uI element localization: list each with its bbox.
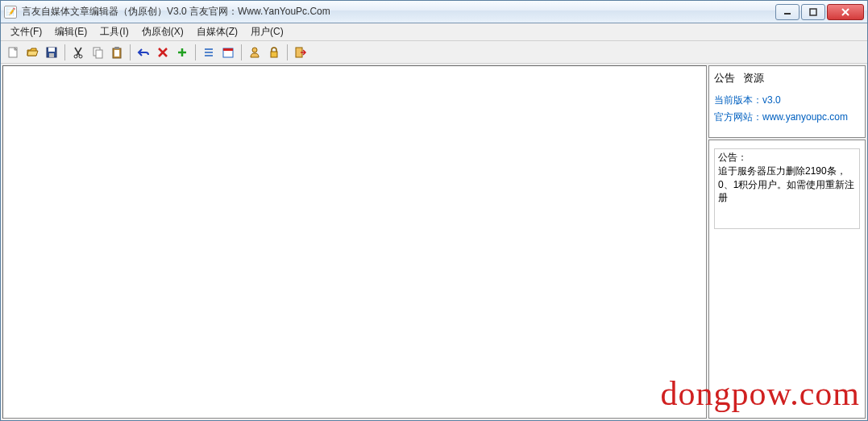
svg-rect-7 [49, 53, 54, 57]
app-icon: 📝 [4, 6, 17, 19]
user-icon[interactable] [246, 44, 264, 61]
maximize-button[interactable] [801, 4, 825, 20]
version-label: 当前版本： [714, 94, 762, 106]
menu-user[interactable]: 用户(C) [244, 23, 290, 40]
menu-pseudo[interactable]: 伪原创(X) [135, 23, 190, 40]
minimize-button[interactable] [775, 4, 799, 20]
titlebar: 📝 言友自媒体文章编辑器（伪原创）V3.0 言友官网：Www.YanYouPc.… [1, 1, 867, 23]
delete-icon[interactable] [154, 44, 172, 61]
app-window: 📝 言友自媒体文章编辑器（伪原创）V3.0 言友官网：Www.YanYouPc.… [0, 0, 868, 421]
separator [241, 44, 242, 60]
undo-icon[interactable] [135, 44, 152, 61]
exit-icon[interactable] [292, 44, 309, 61]
cut-icon[interactable] [69, 44, 87, 61]
announce-title: 公告： [718, 151, 856, 165]
sidebar-info-panel: 公告 资源 当前版本：v3.0 官方网站：www.yanyoupc.com [708, 65, 866, 138]
svg-rect-13 [96, 50, 102, 58]
content-area: 公告 资源 当前版本：v3.0 官方网站：www.yanyoupc.com 公告… [1, 64, 867, 420]
list-icon[interactable] [200, 44, 218, 61]
svg-rect-1 [810, 9, 816, 15]
svg-point-11 [79, 55, 82, 58]
add-icon[interactable] [173, 44, 191, 61]
svg-rect-25 [223, 48, 233, 51]
sidebar: 公告 资源 当前版本：v3.0 官方网站：www.yanyoupc.com 公告… [708, 65, 866, 419]
text-editor[interactable] [2, 65, 707, 419]
announcement-box: 公告： 追于服务器压力删除2190条，0、1积分用户。如需使用重新注册 [714, 148, 860, 229]
menu-edit[interactable]: 编辑(E) [48, 23, 93, 40]
calendar-icon[interactable] [219, 44, 237, 61]
site-label: 官方网站： [714, 111, 762, 123]
svg-point-10 [74, 55, 77, 58]
window-controls [774, 4, 864, 20]
svg-rect-6 [48, 48, 55, 52]
separator [195, 44, 196, 60]
announce-body: 追于服务器压力删除2190条，0、1积分用户。如需使用重新注册 [718, 165, 856, 205]
tab-resource[interactable]: 资源 [743, 71, 764, 85]
svg-rect-16 [114, 47, 119, 49]
version-value: v3.0 [762, 94, 781, 106]
separator [130, 44, 131, 60]
paste-icon[interactable] [108, 44, 126, 61]
toolbar [1, 41, 867, 64]
svg-rect-15 [114, 50, 119, 56]
window-title: 言友自媒体文章编辑器（伪原创）V3.0 言友官网：Www.YanYouPc.Co… [22, 5, 774, 19]
open-file-icon[interactable] [23, 44, 41, 61]
new-file-icon[interactable] [4, 44, 22, 61]
separator [287, 44, 288, 60]
copy-icon[interactable] [89, 44, 106, 61]
menu-file[interactable]: 文件(F) [4, 23, 48, 40]
sidebar-announce-panel: 公告： 追于服务器压力删除2190条，0、1积分用户。如需使用重新注册 [708, 140, 866, 419]
lock-icon[interactable] [265, 44, 283, 61]
save-icon[interactable] [43, 44, 60, 61]
separator [64, 44, 65, 60]
svg-point-28 [252, 48, 257, 52]
tab-announce[interactable]: 公告 [714, 71, 735, 85]
svg-rect-29 [271, 52, 277, 57]
site-link[interactable]: www.yanyoupc.com [762, 111, 848, 123]
menu-media[interactable]: 自媒体(Z) [190, 23, 244, 40]
menu-tools[interactable]: 工具(I) [93, 23, 135, 40]
close-button[interactable] [827, 4, 864, 20]
menubar: 文件(F) 编辑(E) 工具(I) 伪原创(X) 自媒体(Z) 用户(C) [1, 23, 867, 41]
